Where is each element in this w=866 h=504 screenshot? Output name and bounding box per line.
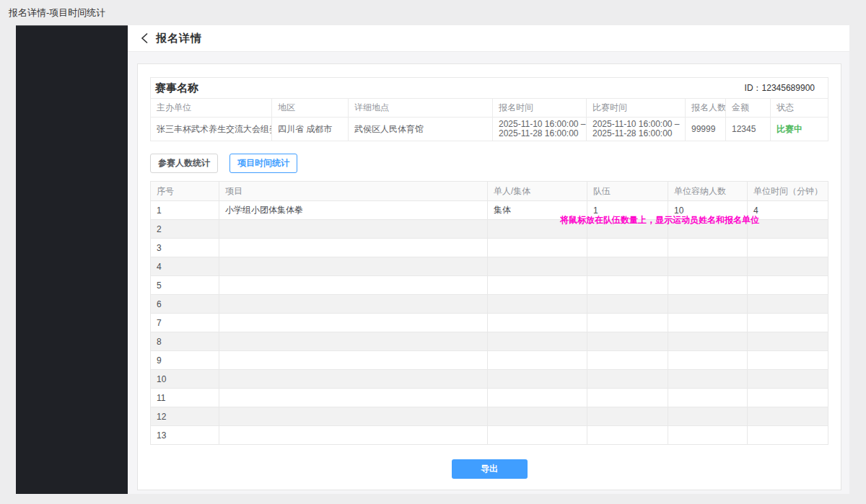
content-panel: 赛事名称 ID：12345689900 主办单位 地区 详细地点	[137, 63, 841, 490]
status-badge: 比赛中	[777, 124, 802, 134]
col-signup-count: 报名人数	[686, 99, 726, 118]
cell-capacity	[668, 351, 748, 370]
event-card-header: 赛事名称 ID：12345689900	[150, 77, 828, 98]
cell-teams	[587, 370, 668, 389]
cell-capacity	[668, 332, 748, 351]
cell-type	[488, 314, 587, 332]
cell-type	[488, 276, 587, 295]
cell-type	[488, 426, 587, 445]
cell-project	[219, 332, 488, 351]
table-row: 8	[151, 332, 828, 351]
event-info-header-row: 主办单位 地区 详细地点 报名时间 比赛时间 报名人数 金额 状态	[151, 99, 828, 118]
main-body: 赛事名称 ID：12345689900 主办单位 地区 详细地点	[128, 52, 849, 500]
main-header: 报名详情	[128, 25, 849, 52]
cell-minutes	[748, 295, 828, 314]
tab-project-time[interactable]: 项目时间统计	[229, 154, 297, 173]
cell-no: 8	[151, 332, 219, 351]
cell-teams	[587, 239, 668, 257]
page-title: 报名详情	[156, 32, 202, 45]
table-row: 6	[151, 295, 828, 314]
cell-no: 4	[151, 257, 219, 276]
col-status: 状态	[771, 99, 828, 118]
cell-project	[219, 276, 488, 295]
event-info-table: 主办单位 地区 详细地点 报名时间 比赛时间 报名人数 金额 状态	[150, 98, 828, 141]
cell-capacity	[668, 407, 748, 426]
cell-no: 7	[151, 314, 219, 332]
export-button[interactable]: 导出	[452, 459, 528, 479]
cell-minutes	[748, 407, 828, 426]
cell-capacity	[668, 370, 748, 389]
export-row: 导出	[150, 459, 828, 479]
cell-teams[interactable]: 1	[587, 201, 668, 220]
cell-no: 3	[151, 239, 219, 257]
cell-minutes: 4	[748, 201, 828, 220]
window-title: 报名详情-项目时间统计	[0, 0, 866, 25]
cell-minutes	[748, 239, 828, 257]
cell-project	[219, 239, 488, 257]
col-organizer: 主办单位	[151, 99, 272, 118]
cell-capacity	[668, 295, 748, 314]
cell-type	[488, 389, 587, 407]
table-row: 7	[151, 314, 828, 332]
cell-minutes	[748, 426, 828, 445]
project-table-body: 1小学组小团体集体拳集体11042345678910111213	[151, 201, 828, 445]
cell-project	[219, 351, 488, 370]
cell-type: 集体	[488, 201, 587, 220]
event-info-row: 张三丰杯武术养生交流大会组委会 四川省 成都市 武侯区人民体育馆 2025-11…	[151, 118, 828, 141]
col-minutes: 单位时间（分钟）	[748, 182, 828, 201]
cell-project	[219, 257, 488, 276]
col-index: 序号	[151, 182, 219, 201]
cell-no: 5	[151, 276, 219, 295]
project-table-header-row: 序号 项目 单人/集体 队伍 单位容纳人数 单位时间（分钟）	[151, 182, 828, 201]
stat-tabs: 参赛人数统计 项目时间统计	[150, 154, 828, 173]
table-row: 12	[151, 407, 828, 426]
cell-type	[488, 407, 587, 426]
cell-capacity	[668, 314, 748, 332]
project-time-table: 序号 项目 单人/集体 队伍 单位容纳人数 单位时间（分钟） 1小学组小团体集体…	[150, 181, 828, 445]
back-button[interactable]: 报名详情	[141, 32, 202, 45]
table-row: 10	[151, 370, 828, 389]
cell-capacity	[668, 257, 748, 276]
cell-teams	[587, 220, 668, 239]
cell-type	[488, 370, 587, 389]
cell-amount: 12345	[726, 118, 771, 141]
cell-capacity: 10	[668, 201, 748, 220]
cell-project	[219, 220, 488, 239]
cell-no: 6	[151, 295, 219, 314]
cell-status: 比赛中	[771, 118, 828, 141]
project-time-table-wrap: 序号 项目 单人/集体 队伍 单位容纳人数 单位时间（分钟） 1小学组小团体集体…	[150, 181, 828, 445]
main-area: 报名详情 赛事名称 ID：12345689900	[128, 25, 849, 494]
table-row: 3	[151, 239, 828, 257]
cell-no: 11	[151, 389, 219, 407]
cell-signup-time: 2025-11-10 16:00:00 – 2025-11-28 16:00:0…	[493, 118, 587, 141]
cell-capacity	[668, 276, 748, 295]
cell-teams	[587, 314, 668, 332]
cell-project	[219, 426, 488, 445]
cell-no: 9	[151, 351, 219, 370]
cell-region: 四川省 成都市	[272, 118, 349, 141]
col-teams: 队伍	[587, 182, 668, 201]
col-signup-time: 报名时间	[493, 99, 587, 118]
chevron-left-icon	[141, 32, 149, 44]
cell-minutes	[748, 276, 828, 295]
cell-project	[219, 407, 488, 426]
cell-teams	[587, 295, 668, 314]
table-row: 1小学组小团体集体拳集体1104	[151, 201, 828, 220]
cell-minutes	[748, 370, 828, 389]
app-frame: 报名详情 赛事名称 ID：12345689900	[16, 25, 849, 494]
cell-type	[488, 295, 587, 314]
tab-participant-count[interactable]: 参赛人数统计	[150, 154, 218, 173]
col-region: 地区	[272, 99, 349, 118]
cell-signup-count: 99999	[686, 118, 726, 141]
table-row: 2	[151, 220, 828, 239]
cell-no: 13	[151, 426, 219, 445]
cell-capacity	[668, 220, 748, 239]
col-match-time: 比赛时间	[587, 99, 686, 118]
event-name-heading: 赛事名称	[155, 81, 198, 95]
cell-minutes	[748, 389, 828, 407]
cell-capacity	[668, 389, 748, 407]
event-id: ID：12345689900	[745, 82, 815, 94]
cell-teams	[587, 332, 668, 351]
cell-no: 2	[151, 220, 219, 239]
cell-teams	[587, 426, 668, 445]
